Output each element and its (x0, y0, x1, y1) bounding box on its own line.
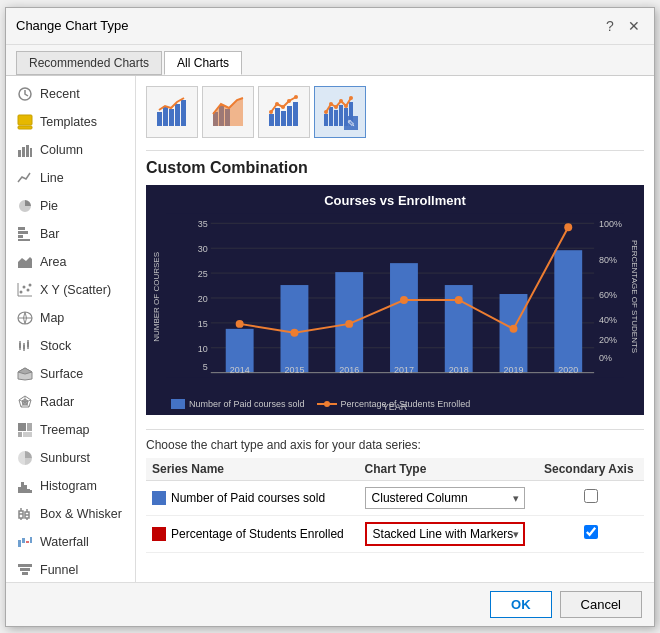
svg-rect-2 (18, 126, 32, 129)
chart-type-icons-row: ✎ (146, 86, 644, 138)
secondary-axis-checkbox-2[interactable] (584, 525, 598, 539)
svg-rect-40 (18, 487, 21, 493)
line-icon (16, 169, 34, 187)
sidebar-item-bar-label: Bar (40, 227, 59, 241)
sidebar-item-xy[interactable]: X Y (Scatter) (6, 276, 135, 304)
svg-rect-42 (24, 485, 27, 493)
series-label-1: Number of Paid courses sold (171, 491, 325, 505)
svg-rect-1 (18, 115, 32, 125)
sidebar-item-line[interactable]: Line (6, 164, 135, 192)
close-button[interactable]: ✕ (624, 16, 644, 36)
series-name-header: Series Name (146, 458, 359, 481)
help-button[interactable]: ? (600, 16, 620, 36)
svg-rect-86 (339, 105, 343, 126)
svg-rect-38 (23, 432, 32, 437)
svg-marker-11 (18, 257, 32, 268)
svg-point-81 (287, 99, 291, 103)
svg-rect-56 (30, 537, 32, 543)
sidebar-item-map-label: Map (40, 311, 64, 325)
svg-point-78 (269, 110, 273, 114)
right-panel: ✎ Custom Combination Courses vs Enrollme… (136, 76, 654, 582)
svg-rect-67 (175, 104, 180, 126)
svg-rect-23 (23, 345, 25, 349)
svg-text:35: 35 (198, 219, 208, 229)
chart-svg: 35 30 25 20 15 10 5 100% 80% 60% 40% 20%… (166, 213, 624, 378)
sidebar-item-radar-label: Radar (40, 395, 74, 409)
sunburst-icon (16, 449, 34, 467)
combo-type-2-button[interactable] (202, 86, 254, 138)
legend-label-2: Percentage of Students Enrolled (341, 399, 471, 409)
svg-rect-84 (329, 107, 333, 126)
title-bar-left: Change Chart Type (16, 18, 129, 33)
sidebar-item-treemap-label: Treemap (40, 423, 90, 437)
separator (146, 150, 644, 151)
combo-type-1-button[interactable] (146, 86, 198, 138)
chart-preview-title: Courses vs Enrollment (146, 185, 644, 208)
tab-recommended-charts[interactable]: Recommended Charts (16, 51, 162, 75)
surface-icon (16, 365, 34, 383)
ok-button[interactable]: OK (490, 591, 552, 618)
tabs-row: Recommended Charts All Charts (6, 45, 654, 76)
sidebar-item-boxwhisker[interactable]: Box & Whisker (6, 500, 135, 528)
sidebar-item-area[interactable]: Area (6, 248, 135, 276)
svg-rect-8 (18, 231, 28, 234)
svg-point-82 (294, 95, 298, 99)
sidebar-item-stock[interactable]: Stock (6, 332, 135, 360)
series-label-2: Percentage of Students Enrolled (171, 527, 344, 541)
boxwhisker-icon (16, 505, 34, 523)
sidebar-item-recent[interactable]: Recent (6, 80, 135, 108)
svg-rect-55 (26, 541, 29, 543)
svg-rect-76 (287, 106, 292, 126)
svg-marker-27 (18, 368, 32, 374)
svg-rect-35 (18, 423, 26, 431)
svg-rect-73 (269, 114, 274, 126)
svg-point-92 (339, 99, 343, 103)
sidebar-item-waterfall[interactable]: Waterfall (6, 528, 135, 556)
svg-point-90 (329, 102, 333, 106)
svg-text:100%: 100% (599, 219, 622, 229)
combo-type-4-button[interactable]: ✎ (314, 86, 366, 138)
svg-rect-68 (181, 100, 186, 126)
sidebar-item-templates[interactable]: Templates (6, 108, 135, 136)
sidebar-item-pie[interactable]: Pie (6, 192, 135, 220)
sidebar-item-sunburst[interactable]: Sunburst (6, 444, 135, 472)
series-table-header: Series Name Chart Type Secondary Axis (146, 458, 644, 481)
secondary-axis-checkbox-1[interactable] (584, 489, 598, 503)
sidebar-item-recent-label: Recent (40, 87, 80, 101)
sidebar-item-surface[interactable]: Surface (6, 360, 135, 388)
sidebar-item-bar[interactable]: Bar (6, 220, 135, 248)
tab-all-charts[interactable]: All Charts (164, 51, 242, 75)
svg-text:10: 10 (198, 343, 208, 353)
sidebar-item-histogram-label: Histogram (40, 479, 97, 493)
svg-text:60%: 60% (599, 289, 617, 299)
svg-point-94 (349, 96, 353, 100)
chart-type-dropdown-2[interactable]: Clustered Column Stacked Column Line Lin… (365, 522, 525, 546)
sidebar-item-radar[interactable]: Radar (6, 388, 135, 416)
svg-text:2015: 2015 (284, 364, 304, 374)
pie-icon (16, 197, 34, 215)
svg-text:25: 25 (198, 269, 208, 279)
table-row: Number of Paid courses sold Clustered Co… (146, 480, 644, 515)
radar-icon (16, 393, 34, 411)
svg-point-93 (344, 104, 348, 108)
sidebar-item-treemap[interactable]: Treemap (6, 416, 135, 444)
combo-type-3-button[interactable] (258, 86, 310, 138)
series-name-1: Number of Paid courses sold (146, 480, 359, 515)
chart-type-dropdown-1[interactable]: Clustered Column Stacked Column 100% Sta… (365, 487, 525, 509)
svg-point-128 (455, 295, 463, 303)
svg-text:2018: 2018 (449, 364, 469, 374)
chart-type-header: Chart Type (359, 458, 538, 481)
sidebar-item-histogram[interactable]: Histogram (6, 472, 135, 500)
sidebar-item-column[interactable]: Column (6, 136, 135, 164)
svg-text:5: 5 (203, 361, 208, 371)
svg-text:15: 15 (198, 318, 208, 328)
svg-rect-4 (22, 147, 25, 157)
sidebar-item-map[interactable]: Map (6, 304, 135, 332)
cancel-button[interactable]: Cancel (560, 591, 642, 618)
funnel-icon (16, 561, 34, 579)
svg-point-91 (334, 105, 338, 109)
sidebar-item-funnel[interactable]: Funnel (6, 556, 135, 582)
secondary-axis-header: Secondary Axis (538, 458, 644, 481)
map-icon (16, 309, 34, 327)
choose-chart-type-text: Choose the chart type and axis for your … (146, 438, 644, 452)
